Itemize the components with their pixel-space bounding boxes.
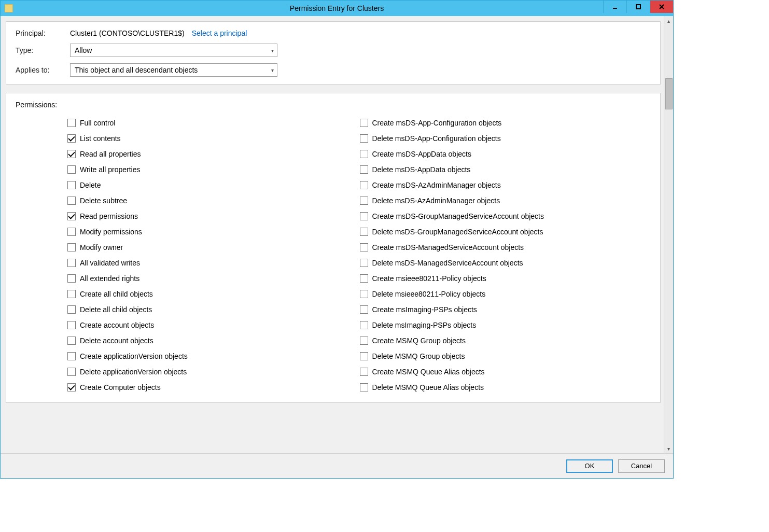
permission-label: Delete msDS-AppData objects [372, 165, 471, 174]
scroll-area: Principal: Cluster1 (CONTOSO\CLUSTER1$) … [1, 16, 664, 453]
permission-checkbox[interactable] [67, 383, 76, 391]
permission-item: Delete msDS-AzAdminManager objects [360, 193, 652, 208]
permission-checkbox[interactable] [360, 197, 368, 205]
permission-checkbox[interactable] [67, 165, 76, 174]
type-selected: Allow [75, 46, 92, 54]
window: Permission Entry for Clusters Principal:… [0, 0, 674, 479]
permission-checkbox[interactable] [360, 243, 368, 251]
scroll-down-arrow-icon[interactable]: ▾ [664, 444, 673, 453]
permission-label: Create Computer objects [80, 383, 161, 391]
permission-item: Create msImaging-PSPs objects [360, 302, 652, 317]
permission-item: Read all properties [67, 146, 360, 162]
permission-checkbox[interactable] [360, 337, 368, 345]
permission-label: Delete subtree [80, 197, 127, 205]
permission-item: Delete MSMQ Queue Alias objects [360, 380, 652, 395]
permission-item: Full control [67, 115, 360, 131]
permission-item: Delete account objects [67, 333, 360, 348]
scroll-thumb[interactable] [665, 78, 673, 109]
permission-item: Create msieee80211-Policy objects [360, 271, 652, 286]
permission-item: Write all properties [67, 162, 360, 177]
permission-label: Delete account objects [80, 337, 153, 345]
permission-checkbox[interactable] [67, 119, 76, 127]
permission-item: Create msDS-GroupManagedServiceAccount o… [360, 208, 652, 224]
permission-checkbox[interactable] [67, 259, 76, 267]
client-area: Principal: Cluster1 (CONTOSO\CLUSTER1$) … [1, 16, 673, 453]
permission-item: Delete msDS-AppData objects [360, 162, 652, 177]
scroll-up-arrow-icon[interactable]: ▴ [664, 16, 673, 25]
permission-checkbox[interactable] [67, 212, 76, 220]
permission-label: Delete msDS-ManagedServiceAccount object… [372, 259, 523, 267]
minimize-button[interactable] [603, 1, 626, 13]
permission-item: Create msDS-AzAdminManager objects [360, 177, 652, 193]
permission-checkbox[interactable] [360, 383, 368, 391]
close-button[interactable] [650, 1, 673, 13]
permission-label: Delete msieee80211-Policy objects [372, 290, 486, 298]
permissions-column-right: Create msDS-App-Configuration objectsDel… [360, 115, 652, 395]
permission-checkbox[interactable] [360, 305, 368, 314]
maximize-button[interactable] [626, 1, 650, 13]
chevron-down-icon: ▾ [271, 67, 274, 73]
permission-label: Create all child objects [80, 290, 153, 298]
type-select[interactable]: Allow ▾ [70, 44, 277, 57]
vertical-scrollbar[interactable]: ▴ ▾ [664, 16, 673, 453]
permission-checkbox[interactable] [67, 337, 76, 345]
permission-checkbox[interactable] [67, 150, 76, 158]
permission-label: Delete msImaging-PSPs objects [372, 321, 477, 329]
permission-checkbox[interactable] [360, 228, 368, 236]
select-principal-link[interactable]: Select a principal [192, 29, 247, 37]
permission-label: Modify permissions [80, 228, 142, 236]
permission-item: Delete msieee80211-Policy objects [360, 286, 652, 302]
permission-checkbox[interactable] [67, 290, 76, 298]
permission-checkbox[interactable] [360, 119, 368, 127]
permission-label: Create MSMQ Group objects [372, 337, 466, 345]
permission-item: All validated writes [67, 255, 360, 271]
cancel-button[interactable]: Cancel [618, 459, 665, 473]
permission-checkbox[interactable] [67, 181, 76, 189]
permission-item: List contents [67, 131, 360, 146]
permissions-columns: Full controlList contentsRead all proper… [16, 115, 652, 395]
principal-label: Principal: [16, 29, 70, 37]
permission-checkbox[interactable] [67, 368, 76, 376]
permission-checkbox[interactable] [360, 274, 368, 283]
permission-checkbox[interactable] [67, 321, 76, 329]
principal-row: Principal: Cluster1 (CONTOSO\CLUSTER1$) … [16, 29, 652, 37]
permission-checkbox[interactable] [360, 321, 368, 329]
permission-checkbox[interactable] [67, 197, 76, 205]
permission-checkbox[interactable] [67, 228, 76, 236]
permission-checkbox[interactable] [67, 352, 76, 360]
permission-item: Create applicationVersion objects [67, 348, 360, 364]
permission-checkbox[interactable] [360, 181, 368, 189]
permission-item: Delete all child objects [67, 302, 360, 317]
permission-checkbox[interactable] [360, 368, 368, 376]
applies-to-select[interactable]: This object and all descendant objects ▾ [70, 63, 277, 77]
permission-label: Create msDS-GroupManagedServiceAccount o… [372, 212, 544, 220]
permission-checkbox[interactable] [360, 212, 368, 220]
ok-button[interactable]: OK [566, 459, 613, 473]
permission-label: All extended rights [80, 274, 139, 283]
permission-item: Create msDS-AppData objects [360, 146, 652, 162]
permission-label: Full control [80, 119, 115, 127]
footer: OK Cancel [1, 453, 673, 478]
permission-checkbox[interactable] [67, 305, 76, 314]
permission-checkbox[interactable] [360, 134, 368, 143]
permission-checkbox[interactable] [67, 134, 76, 143]
permission-checkbox[interactable] [360, 150, 368, 158]
permission-label: Delete msDS-App-Configuration objects [372, 134, 501, 143]
applies-to-selected: This object and all descendant objects [75, 66, 198, 74]
permission-item: Modify owner [67, 240, 360, 255]
permission-label: Modify owner [80, 243, 123, 251]
permission-label: Delete MSMQ Group objects [372, 352, 465, 360]
permission-item: Modify permissions [67, 224, 360, 240]
permissions-title: Permissions: [16, 101, 652, 109]
principal-panel: Principal: Cluster1 (CONTOSO\CLUSTER1$) … [6, 21, 661, 85]
permission-label: Delete msDS-AzAdminManager objects [372, 197, 500, 205]
permission-label: Create msDS-AzAdminManager objects [372, 181, 501, 189]
permission-checkbox[interactable] [360, 259, 368, 267]
permission-checkbox[interactable] [360, 352, 368, 360]
permissions-column-left: Full controlList contentsRead all proper… [16, 115, 360, 395]
permission-item: Create Computer objects [67, 380, 360, 395]
permission-checkbox[interactable] [67, 243, 76, 251]
permission-checkbox[interactable] [67, 274, 76, 283]
permission-checkbox[interactable] [360, 165, 368, 174]
permission-checkbox[interactable] [360, 290, 368, 298]
